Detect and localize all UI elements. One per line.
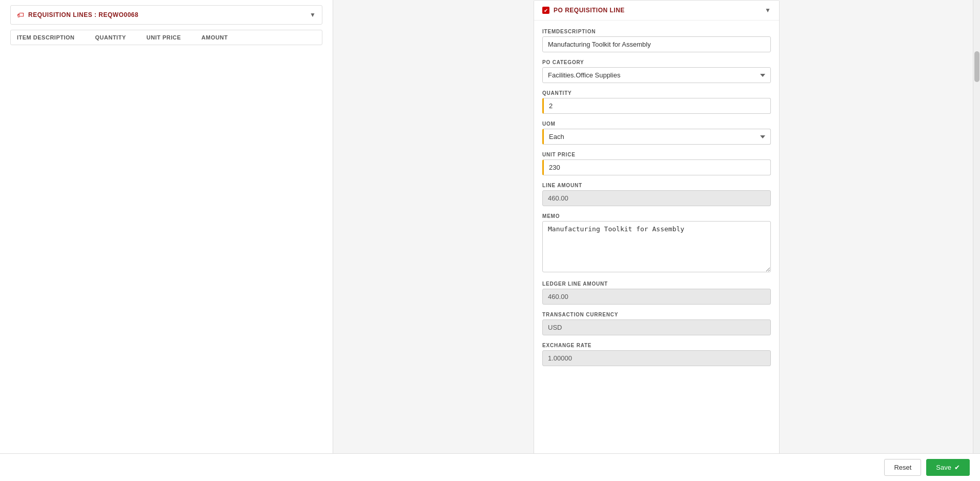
item-description-group: ITEMDESCRIPTION [542, 29, 771, 52]
left-panel: 🏷 REQUISITION LINES : REQWO0068 ▼ ITEM D… [0, 0, 333, 481]
po-requisition-line-title: PO REQUISITION LINE [554, 7, 625, 14]
ledger-line-amount-label: LEDGER LINE AMOUNT [542, 281, 771, 287]
po-category-select[interactable]: Facilities.Office Supplies [542, 67, 771, 83]
po-category-group: PO CATEGORY Facilities.Office Supplies [542, 59, 771, 83]
po-header-chevron-icon: ▼ [765, 7, 771, 14]
unit-price-label: UNIT PRICE [542, 152, 771, 157]
col-unit-price: UNIT PRICE [147, 34, 181, 41]
po-checkbox-icon: ✔ [542, 7, 549, 14]
unit-price-group: UNIT PRICE [542, 152, 771, 175]
requisition-lines-title: REQUISITION LINES : REQWO0068 [28, 11, 138, 18]
uom-select[interactable]: Each [542, 129, 771, 145]
requisition-lines-section-header[interactable]: 🏷 REQUISITION LINES : REQWO0068 ▼ [10, 5, 322, 25]
po-form-container: ✔ PO REQUISITION LINE ▼ ITEMDESCRIPTION … [534, 0, 780, 481]
requisition-icon: 🏷 [17, 11, 24, 19]
table-header: ITEM DESCRIPTION QUANTITY UNIT PRICE AMO… [10, 30, 322, 45]
transaction-currency-input [542, 319, 771, 335]
save-checkmark-icon: ✔ [954, 464, 960, 471]
unit-price-input[interactable] [542, 159, 771, 175]
item-description-label: ITEMDESCRIPTION [542, 29, 771, 34]
uom-group: UOM Each [542, 121, 771, 145]
save-button[interactable]: Save ✔ [926, 459, 970, 476]
po-form-header[interactable]: ✔ PO REQUISITION LINE ▼ [534, 1, 779, 21]
quantity-group: QUANTITY [542, 90, 771, 114]
page-wrapper: 🏷 REQUISITION LINES : REQWO0068 ▼ ITEM D… [0, 0, 980, 481]
line-amount-group: LINE AMOUNT [542, 183, 771, 206]
ledger-line-amount-input [542, 289, 771, 305]
exchange-rate-label: EXCHANGE RATE [542, 343, 771, 348]
quantity-input[interactable] [542, 98, 771, 114]
item-description-input[interactable] [542, 36, 771, 52]
exchange-rate-group: EXCHANGE RATE [542, 343, 771, 366]
transaction-currency-label: TRANSACTION CURRENCY [542, 312, 771, 317]
page-footer: Reset Save ✔ [0, 453, 980, 481]
reset-button[interactable]: Reset [884, 459, 921, 476]
po-form-body: ITEMDESCRIPTION PO CATEGORY Facilities.O… [534, 21, 779, 382]
po-category-label: PO CATEGORY [542, 59, 771, 65]
ledger-line-amount-group: LEDGER LINE AMOUNT [542, 281, 771, 305]
col-item-description: ITEM DESCRIPTION [17, 34, 75, 41]
right-panel: ✔ PO REQUISITION LINE ▼ ITEMDESCRIPTION … [333, 0, 980, 481]
exchange-rate-input [542, 350, 771, 366]
section-header-left: 🏷 REQUISITION LINES : REQWO0068 [17, 11, 138, 19]
memo-group: MEMO Manufacturing Toolkit for Assembly [542, 213, 771, 274]
line-amount-input [542, 190, 771, 206]
scroll-indicator [973, 0, 980, 481]
save-label: Save [936, 464, 951, 471]
quantity-label: QUANTITY [542, 90, 771, 96]
col-amount: AMOUNT [201, 34, 228, 41]
uom-label: UOM [542, 121, 771, 127]
requisition-chevron-icon: ▼ [310, 11, 316, 18]
col-quantity: QUANTITY [95, 34, 126, 41]
line-amount-label: LINE AMOUNT [542, 183, 771, 188]
po-form-header-left: ✔ PO REQUISITION LINE [542, 7, 625, 14]
memo-label: MEMO [542, 213, 771, 219]
memo-textarea[interactable]: Manufacturing Toolkit for Assembly [542, 221, 771, 272]
scroll-thumb[interactable] [974, 51, 979, 82]
transaction-currency-group: TRANSACTION CURRENCY [542, 312, 771, 335]
